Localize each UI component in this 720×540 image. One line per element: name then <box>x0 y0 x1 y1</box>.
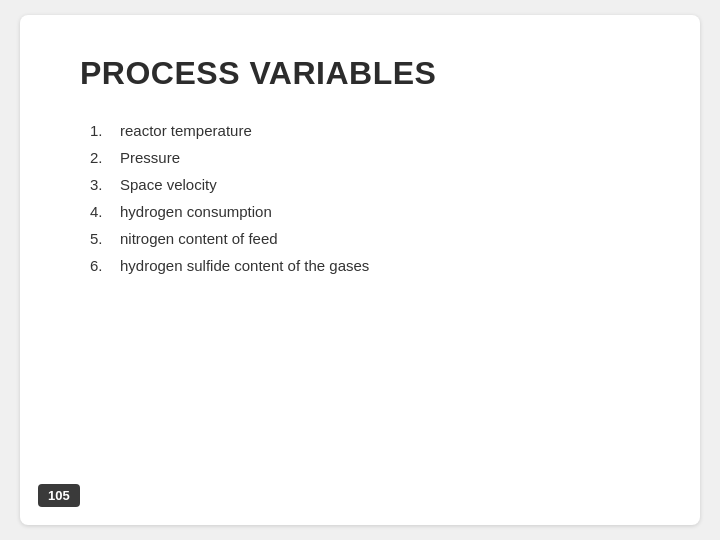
slide: PROCESS VARIABLES 1. reactor temperature… <box>20 15 700 525</box>
list-number-4: 4. <box>90 203 120 220</box>
list-text-4: hydrogen consumption <box>120 203 272 220</box>
list-number-5: 5. <box>90 230 120 247</box>
list-number-3: 3. <box>90 176 120 193</box>
list-text-1: reactor temperature <box>120 122 252 139</box>
list-item: 6. hydrogen sulfide content of the gases <box>90 257 640 274</box>
list-number-6: 6. <box>90 257 120 274</box>
list-item: 4. hydrogen consumption <box>90 203 640 220</box>
list-item: 3. Space velocity <box>90 176 640 193</box>
page-number-badge: 105 <box>38 484 80 507</box>
list-container: 1. reactor temperature 2. Pressure 3. Sp… <box>90 122 640 274</box>
list-text-3: Space velocity <box>120 176 217 193</box>
list-number-1: 1. <box>90 122 120 139</box>
list-item: 5. nitrogen content of feed <box>90 230 640 247</box>
list-number-2: 2. <box>90 149 120 166</box>
list-item: 1. reactor temperature <box>90 122 640 139</box>
list-text-5: nitrogen content of feed <box>120 230 278 247</box>
slide-title: PROCESS VARIABLES <box>80 55 640 92</box>
list-text-2: Pressure <box>120 149 180 166</box>
list-item: 2. Pressure <box>90 149 640 166</box>
list-text-6: hydrogen sulfide content of the gases <box>120 257 369 274</box>
